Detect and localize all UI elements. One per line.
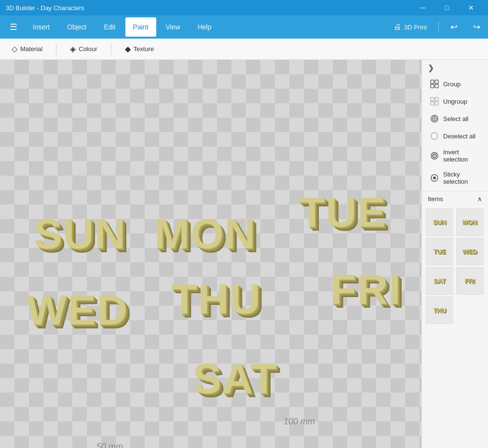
canvas-area[interactable]: SUN MON TUE WED THU FRI SAT 50 mm 100 mm bbox=[0, 60, 421, 448]
ungroup-action[interactable]: Ungroup bbox=[424, 93, 486, 110]
paint-sep2 bbox=[111, 43, 111, 55]
canvas-text-thu[interactable]: THU bbox=[171, 274, 261, 324]
ungroup-label: Ungroup bbox=[443, 98, 467, 105]
items-header[interactable]: Items ∧ bbox=[422, 191, 488, 206]
menu-paint[interactable]: Paint bbox=[125, 17, 156, 37]
svg-rect-5 bbox=[435, 97, 438, 101]
svg-rect-4 bbox=[431, 97, 434, 101]
redo-button[interactable]: ↪ bbox=[469, 20, 484, 34]
menu-help[interactable]: Help bbox=[190, 17, 219, 37]
paint-texture[interactable]: ◆ Texture bbox=[121, 42, 158, 55]
panel-collapse-arrow[interactable]: ❯ bbox=[422, 60, 488, 75]
item-thumb-fri-label: FRI bbox=[465, 277, 475, 285]
titlebar: 3D Builder - Day Characters ─ □ ✕ bbox=[0, 0, 488, 15]
menu-object[interactable]: Object bbox=[59, 17, 94, 37]
panel-arrow-icon: ❯ bbox=[428, 63, 434, 72]
item-thumb-tue-label: TUE bbox=[434, 248, 446, 255]
menu-view[interactable]: View bbox=[158, 17, 188, 37]
svg-point-15 bbox=[433, 176, 436, 179]
item-thumb-wed[interactable]: WED bbox=[456, 238, 484, 265]
invert-selection-icon bbox=[430, 151, 439, 161]
canvas-text-fri[interactable]: FRI bbox=[330, 265, 402, 314]
select-all-icon bbox=[430, 114, 439, 123]
items-label: Items bbox=[428, 195, 443, 203]
sticky-selection-action[interactable]: Sticky selection bbox=[424, 167, 486, 189]
scale-label-100mm: 100 mm bbox=[284, 417, 315, 427]
svg-rect-7 bbox=[435, 102, 438, 105]
item-thumb-wed-label: WED bbox=[462, 248, 477, 255]
items-section: Items ∧ SUN MON TUE WED bbox=[422, 191, 488, 326]
item-thumb-sat-label: SAT bbox=[434, 277, 446, 285]
invert-selection-label: Invert selection bbox=[443, 149, 480, 163]
sticky-selection-icon bbox=[430, 173, 439, 183]
group-action[interactable]: Group bbox=[424, 75, 486, 93]
canvas-text-mon[interactable]: MON bbox=[154, 209, 256, 258]
paint-sep1 bbox=[56, 43, 56, 55]
scale-label-50mm: 50 mm bbox=[96, 442, 123, 448]
right-panel: ❯ Group bbox=[421, 60, 488, 448]
titlebar-controls: ─ □ ✕ bbox=[412, 0, 482, 15]
item-thumb-sun[interactable]: SUN bbox=[426, 208, 453, 236]
minimize-button[interactable]: ─ bbox=[412, 0, 434, 15]
group-label: Group bbox=[443, 81, 461, 88]
ungroup-icon bbox=[430, 96, 439, 106]
menu-insert[interactable]: Insert bbox=[25, 17, 57, 37]
material-icon: ◇ bbox=[12, 44, 17, 54]
sticky-selection-label: Sticky selection bbox=[443, 171, 480, 185]
colour-icon: ◈ bbox=[70, 44, 76, 54]
undo-icon: ↩ bbox=[450, 22, 458, 32]
menu-edit[interactable]: Edit bbox=[96, 17, 123, 37]
svg-rect-0 bbox=[431, 80, 434, 83]
item-thumb-thu[interactable]: THU bbox=[426, 297, 453, 324]
svg-rect-6 bbox=[431, 102, 434, 105]
texture-icon: ◆ bbox=[125, 44, 131, 54]
print-label: 3D Print bbox=[404, 24, 427, 31]
redo-icon: ↪ bbox=[473, 22, 480, 32]
canvas-text-wed[interactable]: WED bbox=[27, 285, 128, 335]
item-thumb-fri[interactable]: FRI bbox=[456, 267, 484, 295]
group-icon bbox=[430, 79, 439, 89]
item-thumb-tue[interactable]: TUE bbox=[426, 238, 453, 265]
svg-rect-3 bbox=[435, 84, 438, 88]
item-thumb-sun-label: SUN bbox=[433, 218, 446, 226]
svg-point-13 bbox=[433, 154, 436, 158]
item-thumb-mon-label: MON bbox=[462, 218, 477, 226]
hamburger-menu[interactable]: ☰ bbox=[4, 17, 23, 37]
deselect-all-icon bbox=[430, 131, 439, 141]
menubar: ☰ Insert Object Edit Paint View Help 🖨 3… bbox=[0, 15, 488, 39]
select-all-action[interactable]: Select all bbox=[424, 110, 486, 127]
svg-rect-1 bbox=[435, 80, 438, 83]
undo-button[interactable]: ↩ bbox=[447, 20, 461, 34]
svg-rect-2 bbox=[431, 84, 434, 88]
maximize-button[interactable]: □ bbox=[436, 0, 458, 15]
titlebar-title: 3D Builder - Day Characters bbox=[6, 4, 84, 12]
item-thumb-thu-label: THU bbox=[433, 307, 446, 314]
paint-toolbar: ◇ Material ◈ Colour ◆ Texture bbox=[0, 39, 488, 60]
svg-point-10 bbox=[434, 118, 435, 120]
hamburger-icon: ☰ bbox=[10, 22, 17, 32]
toolbar-sep bbox=[438, 21, 439, 33]
print-icon: 🖨 bbox=[393, 23, 401, 31]
canvas-text-sun[interactable]: SUN bbox=[34, 209, 126, 258]
invert-selection-action[interactable]: Invert selection bbox=[424, 145, 486, 167]
toolbar-3dprint[interactable]: 🖨 3D Print bbox=[390, 21, 431, 33]
close-button[interactable]: ✕ bbox=[460, 0, 482, 15]
select-all-label: Select all bbox=[443, 115, 469, 122]
item-thumb-sat[interactable]: SAT bbox=[426, 267, 453, 295]
expand-panel-button[interactable] bbox=[2, 247, 15, 261]
main-area: SUN MON TUE WED THU FRI SAT 50 mm 100 mm… bbox=[0, 60, 488, 448]
canvas-text-sat[interactable]: SAT bbox=[193, 354, 277, 403]
svg-point-11 bbox=[431, 133, 438, 139]
paint-material[interactable]: ◇ Material bbox=[8, 42, 46, 55]
deselect-all-label: Deselect all bbox=[443, 133, 475, 140]
item-thumb-mon[interactable]: MON bbox=[456, 208, 484, 236]
canvas-text-tue[interactable]: TUE bbox=[299, 188, 387, 237]
items-collapse-icon: ∧ bbox=[477, 195, 482, 203]
paint-colour[interactable]: ◈ Colour bbox=[66, 42, 101, 55]
deselect-all-action[interactable]: Deselect all bbox=[424, 127, 486, 145]
toolbar-right: 🖨 3D Print ↩ ↪ bbox=[390, 20, 484, 34]
items-grid: SUN MON TUE WED SAT bbox=[422, 206, 488, 326]
